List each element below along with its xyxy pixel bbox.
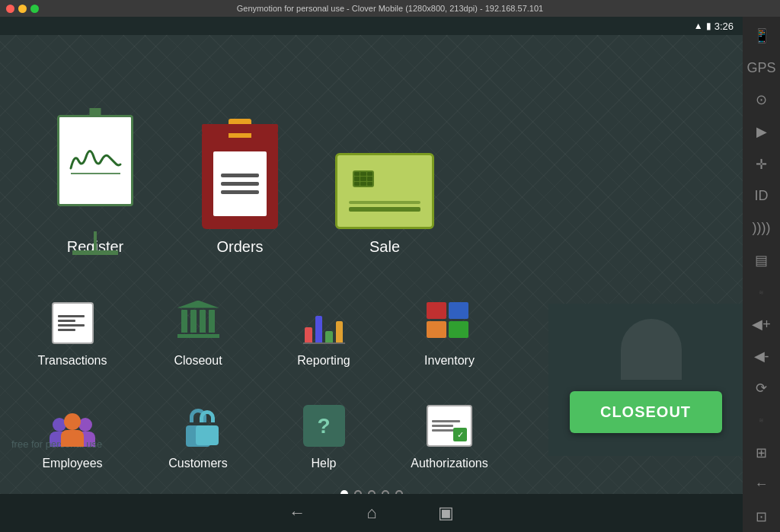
app-register[interactable]: Register — [23, 115, 168, 263]
close-button[interactable] — [6, 5, 14, 13]
ghost-figure — [621, 319, 682, 380]
status-bar: ▲ ▮ 3:26 — [0, 17, 743, 35]
app-inventory[interactable]: Inventory — [388, 275, 510, 374]
bank-col-1 — [181, 310, 187, 333]
report-base-line — [303, 342, 345, 344]
transactions-icon — [52, 302, 94, 344]
inv-item-2 — [427, 321, 446, 338]
inv-item-4 — [449, 321, 468, 338]
report-bar-1 — [305, 327, 312, 342]
inventory-icon — [427, 302, 472, 344]
trans-line-1 — [58, 315, 85, 317]
bank-col-2 — [190, 310, 197, 333]
sale-icon — [335, 153, 434, 229]
authorizations-icon-wrapper: ✓ — [425, 401, 475, 451]
order-line-1 — [221, 174, 259, 177]
lock-body-2 — [196, 425, 219, 445]
auth-line-1 — [432, 420, 460, 422]
order-line-2 — [221, 182, 259, 186]
report-bar-4 — [336, 321, 344, 342]
register-signature-svg — [67, 142, 124, 180]
register-leg — [94, 231, 97, 250]
rotate-icon[interactable]: ⟳ — [746, 373, 778, 403]
person-head-3 — [64, 413, 81, 430]
report-bar-3 — [325, 331, 333, 342]
report-bar-2 — [315, 316, 323, 342]
back-sidebar-icon[interactable]: ← — [746, 470, 778, 500]
app-help[interactable]: ? Help — [263, 377, 385, 476]
transactions-icon-wrapper — [48, 298, 98, 348]
status-icons: ▲ ▮ 3:26 — [694, 21, 734, 32]
volume-down-icon[interactable]: ◀- — [746, 341, 778, 371]
reporting-label: Reporting — [297, 354, 350, 368]
person-3 — [61, 413, 84, 447]
register-icon — [50, 115, 141, 229]
customers-icon — [175, 405, 221, 447]
recents-button[interactable]: ▣ — [438, 503, 454, 523]
closeout-label: Closeout — [174, 354, 222, 368]
bank-base — [177, 334, 219, 338]
wifi-sidebar-icon[interactable]: )))) — [746, 213, 778, 244]
app-employees[interactable]: Employees — [11, 377, 133, 476]
traffic-lights — [6, 5, 39, 13]
card-stripe — [349, 207, 420, 212]
lock-shackle-2 — [200, 410, 215, 422]
customers-icon-wrapper — [174, 401, 223, 451]
closeout-icon — [177, 301, 219, 346]
customers-label: Customers — [168, 457, 227, 470]
grid-icon[interactable]: ⊞ — [746, 438, 778, 468]
home-button[interactable]: ⌂ — [366, 503, 376, 523]
gps-icon[interactable]: GPS — [746, 53, 778, 83]
back-button[interactable]: ← — [289, 503, 305, 523]
employees-label: Employees — [42, 457, 102, 470]
app-sale[interactable]: Sale — [312, 153, 457, 263]
move-icon[interactable]: ✛ — [746, 149, 778, 180]
auth-checkmark: ✓ — [453, 428, 467, 441]
video-icon[interactable]: ▶ — [746, 116, 778, 147]
separator-2: ≋ — [746, 406, 778, 436]
bank-col-3 — [200, 310, 206, 333]
reporting-icon-wrapper — [299, 298, 349, 348]
message-icon[interactable]: ▤ — [746, 245, 778, 276]
card-chip — [353, 170, 374, 187]
minimize-button[interactable] — [18, 5, 27, 13]
person-body-3 — [61, 430, 84, 447]
maximize-button[interactable] — [30, 5, 39, 13]
inv-col-1 — [427, 302, 446, 344]
id-icon[interactable]: ID — [746, 181, 778, 212]
battery-icon: ▮ — [706, 21, 711, 31]
nav-bar: ← ⌂ ▣ — [0, 494, 743, 532]
phone-sidebar-icon: 📱 — [746, 21, 778, 51]
order-line-3 — [221, 190, 259, 194]
closeout-button[interactable]: CLOSEOUT — [570, 391, 722, 433]
app-authorizations[interactable]: ✓ Authorizations — [388, 377, 510, 476]
watermark: free for personal use — [11, 438, 102, 450]
app-transactions[interactable]: Transactions — [11, 275, 133, 374]
orders-label: Orders — [216, 238, 263, 256]
auth-icon: ✓ — [427, 405, 472, 447]
order-page — [213, 151, 267, 216]
app-reporting[interactable]: Reporting — [263, 275, 385, 374]
camera-icon[interactable]: ⊙ — [746, 84, 778, 115]
square-icon[interactable]: ⊡ — [746, 502, 778, 532]
inventory-icon-wrapper — [425, 298, 475, 348]
inv-item-1 — [427, 302, 446, 319]
app-customers[interactable]: Customers — [137, 377, 259, 476]
top-row: Register Orders — [0, 35, 743, 271]
orders-icon — [202, 130, 278, 229]
help-icon-wrapper: ? — [299, 401, 349, 451]
closeout-icon-wrapper — [174, 298, 223, 348]
transactions-label: Transactions — [38, 354, 107, 368]
register-board — [57, 115, 133, 206]
closeout-button-label: CLOSEOUT — [600, 403, 691, 421]
status-time: 3:26 — [714, 21, 734, 32]
sale-label: Sale — [369, 238, 400, 256]
inventory-label: Inventory — [424, 354, 475, 368]
app-orders[interactable]: Orders — [168, 130, 312, 263]
authorizations-label: Authorizations — [411, 457, 488, 470]
volume-up-icon[interactable]: ◀+ — [746, 309, 778, 339]
report-bars — [305, 308, 343, 342]
right-sidebar: 📱 GPS ⊙ ▶ ✛ ID )))) ▤ ≋ ◀+ ◀- ⟳ ≋ ⊞ ← ⊡ — [743, 17, 780, 532]
bank-col-4 — [209, 310, 215, 333]
app-closeout[interactable]: Closeout — [137, 275, 259, 374]
